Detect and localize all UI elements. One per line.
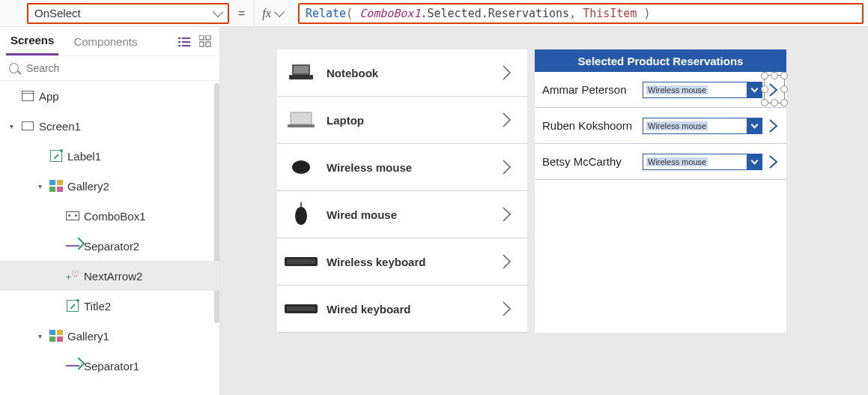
tree-node-label: Gallery1 <box>67 330 109 343</box>
twisty-icon[interactable]: ▾ <box>34 332 45 340</box>
tree-node-combobox1[interactable]: ComboBox1 <box>0 201 219 231</box>
reservation-name: Ammar Peterson <box>542 83 643 96</box>
search-box[interactable] <box>0 55 219 81</box>
stage: NotebookLaptopWireless mouseWired mouseW… <box>277 49 786 333</box>
product-image <box>285 61 318 85</box>
tree-node-label: Label1 <box>67 150 101 163</box>
combo-icon <box>61 211 84 220</box>
gallery-products[interactable]: NotebookLaptopWireless mouseWired mouseW… <box>277 49 527 333</box>
product-label: Wireless mouse <box>327 161 502 174</box>
tree: App▾Screen1Label1▾Gallery2ComboBox1Separ… <box>0 81 219 395</box>
tree-node-title2[interactable]: Title2 <box>0 291 219 321</box>
svg-rect-7 <box>206 35 210 40</box>
product-label: Notebook <box>327 67 502 79</box>
tab-components[interactable]: Components <box>69 27 142 55</box>
product-row[interactable]: Wired keyboard <box>277 286 527 333</box>
reservation-name: Betsy McCarthy <box>542 155 643 168</box>
svg-point-15 <box>292 160 310 174</box>
tree-node-label: Gallery2 <box>67 180 109 193</box>
chevron-right-icon[interactable] <box>502 64 520 81</box>
fx-label: fx <box>262 7 271 20</box>
svg-rect-0 <box>178 37 180 39</box>
product-label: Wired mouse <box>327 208 502 221</box>
sep-icon <box>61 241 84 251</box>
reservation-row[interactable]: Ammar PetersonWireless mouse <box>535 72 786 108</box>
formula-input[interactable]: Relate( ComboBox1.Selected.Reservations,… <box>298 3 864 24</box>
tree-panel: Screens Components App▾Screen1Label1▾Gal… <box>0 27 220 395</box>
equals-sign: = <box>238 7 245 20</box>
tree-node-separator2[interactable]: Separator2 <box>0 231 219 261</box>
reservation-combobox[interactable]: Wireless mouse <box>643 154 762 170</box>
svg-rect-12 <box>289 75 313 79</box>
twisty-icon[interactable]: ▾ <box>34 182 45 190</box>
svg-rect-6 <box>199 35 204 40</box>
next-arrow-icon[interactable] <box>765 82 782 98</box>
product-row[interactable]: Wireless keyboard <box>277 238 527 286</box>
tree-node-app[interactable]: App <box>0 81 219 111</box>
screen-icon <box>16 121 39 130</box>
svg-rect-9 <box>206 42 210 46</box>
svg-rect-13 <box>291 112 312 124</box>
tree-node-label: ComboBox1 <box>84 210 146 223</box>
svg-point-16 <box>295 207 307 225</box>
product-image <box>285 108 318 132</box>
list-view-icon[interactable] <box>176 33 192 49</box>
chevron-right-icon[interactable] <box>502 112 520 128</box>
reservation-row[interactable]: Betsy McCarthyWireless mouse <box>535 144 786 180</box>
svg-rect-19 <box>287 259 315 264</box>
tree-node-screen1[interactable]: ▾Screen1 <box>0 111 219 141</box>
tree-node-separator1[interactable]: Separator1 <box>0 351 219 381</box>
gallery-reservations[interactable]: Selected Product Reservations Ammar Pete… <box>535 49 786 333</box>
twisty-icon[interactable]: ▾ <box>6 122 16 130</box>
chevron-right-icon[interactable] <box>502 159 520 175</box>
property-selector-value: OnSelect <box>34 7 214 19</box>
tree-node-label: Screen1 <box>39 120 81 133</box>
chevron-down-icon[interactable] <box>747 154 762 169</box>
reservations-header: Selected Product Reservations <box>535 49 786 72</box>
gallery-icon <box>45 180 67 192</box>
product-row[interactable]: Notebook <box>277 49 527 97</box>
sep-icon <box>61 361 84 371</box>
chevron-down-icon <box>213 7 223 17</box>
tab-screens[interactable]: Screens <box>6 27 58 55</box>
tree-node-label1[interactable]: Label1 <box>0 141 219 171</box>
product-label: Wireless keyboard <box>327 256 502 268</box>
next-arrow-icon[interactable] <box>765 118 782 134</box>
grid-view-icon[interactable] <box>197 33 213 49</box>
product-row[interactable]: Wireless mouse <box>277 144 527 191</box>
chevron-down-icon[interactable] <box>747 82 762 97</box>
product-image <box>285 297 318 321</box>
next-arrow-icon[interactable] <box>765 154 782 170</box>
tree-node-label: App <box>39 90 59 103</box>
product-image <box>285 250 318 274</box>
chevron-down-icon[interactable] <box>747 118 762 133</box>
tree-node-gallery1[interactable]: ▾Gallery1 <box>0 321 219 351</box>
svg-rect-5 <box>182 45 190 46</box>
svg-rect-11 <box>294 66 309 73</box>
product-image <box>285 202 318 226</box>
reservation-name: Ruben Kokshoorn <box>542 119 643 132</box>
product-label: Wired keyboard <box>327 303 502 316</box>
reservation-combobox[interactable]: Wireless mouse <box>643 82 762 98</box>
chevron-right-icon[interactable] <box>502 301 520 317</box>
canvas[interactable]: NotebookLaptopWireless mouseWired mouseW… <box>220 27 868 395</box>
reservation-row[interactable]: Ruben KokshoornWireless mouse <box>535 108 786 144</box>
chevron-right-icon[interactable] <box>502 206 520 223</box>
product-image <box>285 155 318 179</box>
search-input[interactable] <box>25 61 210 75</box>
product-label: Laptop <box>327 114 502 127</box>
chevron-down-icon[interactable] <box>274 7 285 17</box>
chevron-right-icon[interactable] <box>502 253 520 270</box>
reservation-combobox[interactable]: Wireless mouse <box>643 118 762 134</box>
tree-tabs: Screens Components <box>0 27 219 55</box>
property-selector[interactable]: OnSelect <box>27 3 229 24</box>
product-row[interactable]: Laptop <box>277 97 527 144</box>
arrow-icon: +♡ <box>61 270 84 282</box>
formula-bar: OnSelect = fx Relate( ComboBox1.Selected… <box>0 0 868 27</box>
search-icon <box>9 63 19 73</box>
tree-node-gallery2[interactable]: ▾Gallery2 <box>0 171 219 201</box>
tree-node-label: Separator2 <box>84 240 139 253</box>
svg-rect-1 <box>182 37 190 39</box>
tree-node-nextarrow2[interactable]: +♡NextArrow2 <box>0 261 219 291</box>
product-row[interactable]: Wired mouse <box>277 191 527 238</box>
